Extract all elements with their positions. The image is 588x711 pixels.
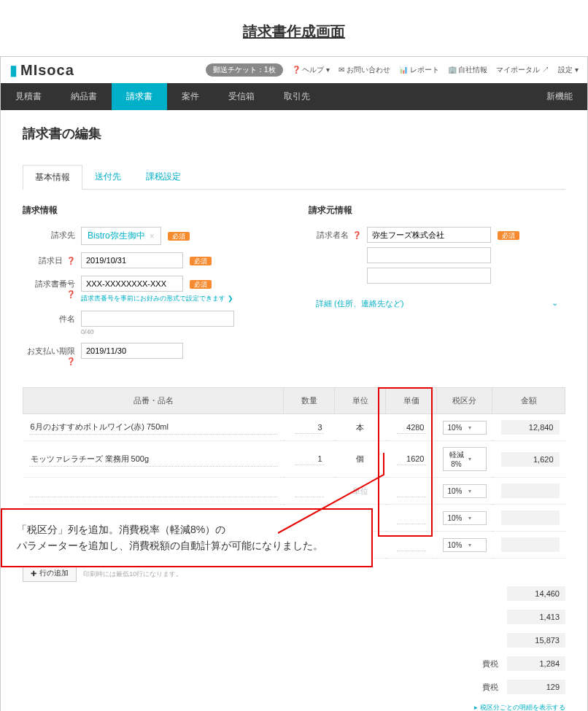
tax-total-value: 1,413 — [507, 610, 565, 624]
annotation-callout: 「税区分」列を追加。消費税率（軽減8%）の パラメーターを追加し、消費税額の自動… — [1, 508, 373, 567]
col-name-header: 品番・品名 — [23, 388, 284, 414]
help-link[interactable]: ❓ ヘルプ ▾ — [292, 65, 330, 75]
item-qty-input[interactable]: 1 — [295, 453, 324, 465]
logo-text: MIsoca — [20, 62, 74, 79]
tax-select[interactable]: 10% — [443, 484, 487, 498]
help-icon[interactable]: ❓ — [66, 257, 75, 265]
item-qty-input[interactable] — [295, 485, 324, 497]
invoice-no-label: 請求書番号 ❓ — [23, 276, 81, 298]
subject-label: 件名 — [23, 311, 81, 325]
nav-project[interactable]: 案件 — [167, 83, 214, 110]
item-unit-input[interactable]: 本 — [356, 423, 364, 432]
sender-extra-input-1[interactable] — [367, 247, 491, 263]
invoice-no-input[interactable] — [81, 276, 183, 292]
item-price-input[interactable] — [397, 485, 426, 497]
item-price-input[interactable] — [397, 512, 426, 524]
tab-tax[interactable]: 課税設定 — [134, 164, 193, 189]
screen-title: 請求書作成画面 — [0, 0, 588, 56]
subject-input[interactable] — [81, 311, 234, 327]
tax-select[interactable]: 10% — [443, 511, 487, 525]
nav-new[interactable]: 新機能 — [532, 83, 587, 110]
billing-section-heading: 請求情報 — [23, 204, 279, 217]
required-badge: 必須 — [190, 280, 212, 289]
tax2-value: 129 — [507, 680, 565, 694]
required-badge: 必須 — [190, 257, 212, 265]
tax-breakdown-link[interactable]: ▸ 税区分ごとの明細を表示する — [474, 703, 565, 711]
table-row: モッツァレラチーズ 業務用 500g1個1620軽減 8%1,620 — [23, 441, 565, 478]
add-row-note: 印刷時には最低10行になります。 — [83, 570, 182, 578]
item-unit-input[interactable]: 個 — [356, 454, 364, 463]
recipient-label: 請求先 — [23, 227, 81, 241]
item-name-input[interactable]: 6月のおすすめボトルワイン(赤) 750ml — [29, 420, 278, 435]
tabs: 基本情報 送付先 課税設定 — [23, 164, 565, 190]
report-link[interactable]: 📊 レポート — [399, 65, 439, 75]
item-price-input[interactable]: 4280 — [397, 421, 426, 434]
sender-detail-toggle[interactable]: 詳細 (住所、連絡先など) ⌄ — [309, 298, 565, 309]
nav-client[interactable]: 取引先 — [269, 83, 325, 110]
due-label: お支払い期限 ❓ — [23, 343, 81, 365]
portal-link[interactable]: マイポータル ↗ — [496, 65, 549, 75]
main-nav: 見積書 納品書 請求書 案件 受信箱 取引先 新機能 — [1, 83, 587, 110]
required-badge: 必須 — [168, 232, 190, 241]
item-qty-input[interactable]: 3 — [295, 421, 324, 434]
chevron-down-icon: ⌄ — [552, 298, 558, 309]
nav-delivery[interactable]: 納品書 — [56, 83, 112, 110]
ticket-badge: 郵送チケット：1枚 — [206, 63, 283, 77]
tax2-label: 費税 — [482, 682, 498, 693]
tax1-value: 1,284 — [507, 656, 565, 671]
tax-select[interactable]: 10% — [443, 421, 487, 435]
required-badge: 必須 — [498, 231, 519, 240]
item-price-input[interactable] — [397, 539, 426, 551]
table-row: 6月のおすすめボトルワイン(赤) 750ml3本428010%12,840 — [23, 414, 565, 441]
tax-select[interactable]: 10% — [443, 538, 487, 552]
nav-inbox[interactable]: 受信箱 — [214, 83, 269, 110]
col-tax-header: 税区分 — [437, 388, 492, 414]
item-unit-input[interactable]: 単位 — [352, 486, 368, 495]
recipient-remove-icon[interactable]: × — [150, 231, 155, 241]
recipient-chip[interactable]: Bistro弥生御中 × — [81, 227, 161, 245]
tab-dest[interactable]: 送付先 — [82, 164, 134, 189]
due-input[interactable] — [81, 343, 183, 359]
item-amount — [501, 483, 560, 498]
company-link[interactable]: 🏢 自社情報 — [448, 65, 488, 75]
item-amount — [501, 510, 560, 525]
item-name-input[interactable] — [29, 485, 278, 497]
item-name-input[interactable]: モッツァレラチーズ 業務用 500g — [29, 452, 278, 467]
invoice-no-help[interactable]: 請求書番号を事前にお好みの形式で設定できます ❯ — [81, 294, 279, 303]
help-icon[interactable]: ❓ — [66, 357, 75, 365]
date-label: 請求日 ❓ — [23, 252, 81, 266]
date-input[interactable] — [81, 252, 183, 268]
tax1-label: 費税 — [482, 658, 498, 669]
help-icon[interactable]: ❓ — [66, 290, 75, 298]
item-amount — [501, 537, 560, 552]
table-row: 単位 10% — [23, 478, 565, 505]
grand-total-value: 15,873 — [507, 633, 565, 648]
sender-name-input[interactable] — [367, 227, 491, 243]
tab-basic[interactable]: 基本情報 — [23, 165, 82, 190]
logo-icon: ▮ — [9, 61, 18, 79]
logo[interactable]: ▮ MIsoca — [9, 61, 74, 79]
nav-invoice[interactable]: 請求書 — [112, 83, 167, 110]
sender-section-heading: 請求元情報 — [309, 204, 565, 217]
item-amount: 1,620 — [501, 452, 560, 467]
topbar: ▮ MIsoca 郵送チケット：1枚 ❓ ヘルプ ▾ ✉ お問い合わせ 📊 レポ… — [1, 57, 587, 83]
settings-link[interactable]: 設定 ▾ — [558, 65, 579, 75]
tax-select[interactable]: 軽減 8% — [443, 447, 487, 471]
help-icon[interactable]: ❓ — [352, 231, 361, 239]
sender-name-label: 請求者名 ❓ — [309, 227, 367, 241]
sender-extra-input-2[interactable] — [367, 268, 491, 284]
col-amount-header: 金額 — [492, 388, 565, 414]
item-price-input[interactable]: 1620 — [397, 453, 426, 465]
contact-link[interactable]: ✉ お問い合わせ — [339, 65, 390, 75]
item-amount: 12,840 — [501, 420, 560, 435]
subject-counter: 0/40 — [81, 328, 279, 335]
subtotal-value: 14,460 — [507, 586, 565, 601]
page-title: 請求書の編集 — [23, 125, 565, 142]
col-unit-header: 単位 — [335, 388, 386, 414]
col-qty-header: 数量 — [284, 388, 335, 414]
col-price-header: 単価 — [386, 388, 437, 414]
nav-quote[interactable]: 見積書 — [1, 83, 56, 110]
